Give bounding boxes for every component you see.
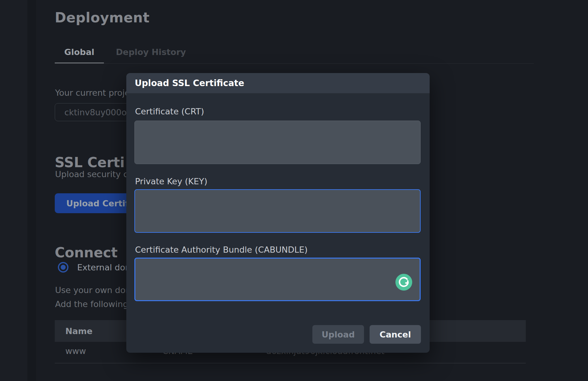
modal-title: Upload SSL Certificate bbox=[135, 78, 244, 88]
external-domain-radio[interactable]: External don bbox=[58, 262, 130, 273]
left-rail bbox=[0, 0, 27, 381]
upload-ssl-certificate-modal: Upload SSL Certificate Certificate (CRT)… bbox=[126, 73, 430, 353]
ca-bundle-textarea[interactable] bbox=[134, 258, 421, 301]
connect-description-line1: Use your own dor bbox=[55, 285, 129, 295]
modal-header: Upload SSL Certificate bbox=[126, 73, 430, 93]
dns-table-name-header: Name bbox=[65, 326, 92, 336]
private-key-label: Private Key (KEY) bbox=[135, 177, 208, 186]
radio-selected-icon bbox=[58, 262, 68, 273]
tab-global[interactable]: Global bbox=[55, 47, 104, 57]
modal-upload-button[interactable]: Upload bbox=[312, 325, 364, 344]
ssl-section-description: Upload security c bbox=[55, 169, 128, 179]
certificate-crt-label: Certificate (CRT) bbox=[135, 107, 204, 116]
grammarly-icon[interactable] bbox=[395, 274, 412, 291]
app-root: Deployment Global Deploy History Your cu… bbox=[0, 0, 588, 381]
left-rail-divider bbox=[27, 0, 36, 381]
connect-section-heading: Connect bbox=[55, 245, 118, 260]
page-title: Deployment bbox=[55, 10, 150, 25]
ssl-section-heading: SSL Certi bbox=[55, 154, 125, 170]
tabs-bottom-border bbox=[55, 63, 534, 64]
certificate-crt-textarea[interactable] bbox=[134, 121, 421, 164]
project-id-label: Your current proje bbox=[55, 88, 130, 98]
tab-deploy-history[interactable]: Deploy History bbox=[115, 47, 187, 57]
connect-description-line2: Add the following bbox=[55, 299, 128, 309]
dns-row-name: www bbox=[65, 346, 86, 356]
private-key-textarea[interactable] bbox=[134, 189, 421, 233]
radio-label: External don bbox=[77, 263, 130, 272]
modal-cancel-button[interactable]: Cancel bbox=[370, 325, 421, 344]
dns-row-divider bbox=[55, 363, 526, 363]
ca-bundle-label: Certificate Authority Bundle (CABUNDLE) bbox=[135, 245, 308, 255]
